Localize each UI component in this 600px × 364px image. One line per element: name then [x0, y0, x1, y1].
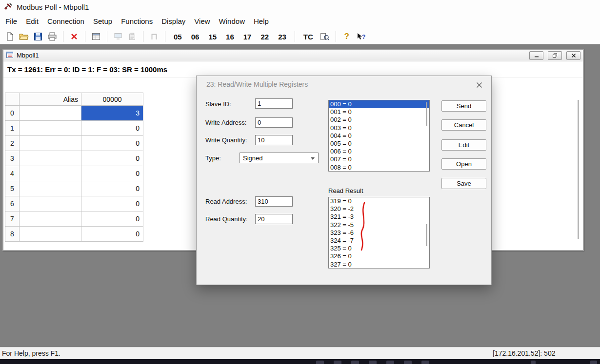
row-number-cell[interactable]: 0 — [5, 106, 20, 121]
dialog-close-icon[interactable] — [474, 80, 484, 90]
row-number-cell[interactable]: 4 — [5, 166, 20, 181]
alias-cell[interactable] — [20, 166, 81, 181]
list-item[interactable]: 327 = 0 — [329, 261, 429, 268]
list-item[interactable]: 008 = 0 — [329, 164, 429, 172]
communication-log-icon[interactable] — [126, 30, 138, 43]
list-item[interactable]: 325 = 0 — [329, 245, 429, 252]
value-cell[interactable]: 0 — [81, 211, 143, 227]
taskbar-icon[interactable] — [421, 361, 429, 364]
reset-counters-icon[interactable] — [68, 30, 80, 43]
function-22-button[interactable]: 22 — [257, 30, 272, 43]
list-item[interactable]: 323 = -6 — [329, 229, 429, 237]
function-06-button[interactable]: 06 — [188, 30, 203, 43]
function-17-button[interactable]: 17 — [240, 30, 255, 43]
write-quantity-input[interactable] — [255, 135, 293, 145]
list-item[interactable]: 326 = 0 — [329, 252, 429, 260]
grid-header-register[interactable]: 00000 — [81, 93, 143, 106]
restore-button[interactable] — [548, 51, 562, 60]
alias-cell[interactable] — [20, 121, 81, 136]
list-item[interactable]: 322 = -5 — [329, 221, 429, 229]
menu-setup[interactable]: Setup — [89, 15, 117, 28]
alias-cell[interactable] — [20, 211, 81, 227]
list-item[interactable]: 007 = 0 — [329, 155, 429, 163]
alias-cell[interactable] — [20, 227, 81, 242]
value-cell[interactable]: 0 — [81, 121, 143, 136]
taskbar-icon[interactable] — [334, 361, 341, 364]
menu-window[interactable]: Window — [215, 15, 249, 28]
function-05-button[interactable]: 05 — [170, 30, 185, 43]
menu-help[interactable]: Help — [249, 15, 273, 28]
menu-view[interactable]: View — [190, 15, 214, 28]
write-address-input[interactable] — [255, 117, 293, 128]
list-item[interactable]: 324 = -7 — [329, 237, 429, 245]
list-item[interactable]: 006 = 0 — [329, 148, 429, 155]
row-number-cell[interactable]: 5 — [5, 181, 20, 196]
value-cell[interactable]: 0 — [81, 136, 143, 151]
document-titlebar[interactable]: Mbpoll1 — [3, 50, 583, 61]
open-button[interactable]: Open — [441, 158, 486, 170]
display-communication-icon[interactable] — [112, 30, 124, 43]
grid-header-alias[interactable]: Alias — [20, 93, 81, 106]
list-item[interactable]: 003 = 0 — [329, 124, 429, 132]
read-write-definition-icon[interactable] — [90, 30, 102, 43]
help-icon[interactable]: ? — [341, 30, 353, 43]
read-quantity-input[interactable] — [255, 214, 293, 224]
value-cell[interactable]: 0 — [81, 196, 143, 211]
function-23-button[interactable]: 23 — [275, 30, 290, 43]
menu-connection[interactable]: Connection — [43, 15, 89, 28]
list-item[interactable]: 000 = 0 — [329, 100, 429, 108]
alias-cell[interactable] — [20, 136, 81, 151]
list-item[interactable]: 002 = 0 — [329, 116, 429, 124]
value-cell[interactable]: 0 — [81, 151, 143, 166]
grid-vertical-scrollbar[interactable] — [578, 100, 579, 239]
value-cell[interactable]: 0 — [81, 166, 143, 181]
value-cell-selected[interactable]: 3 — [81, 106, 143, 121]
taskbar-icon[interactable] — [369, 361, 377, 364]
list-item[interactable]: 005 = 0 — [329, 140, 429, 148]
row-number-cell[interactable]: 1 — [5, 121, 20, 136]
list-item[interactable]: 320 = -2 — [329, 205, 429, 213]
alias-cell[interactable] — [20, 106, 81, 121]
alias-cell[interactable] — [20, 196, 81, 211]
menu-edit[interactable]: Edit — [21, 15, 43, 28]
type-select[interactable]: Signed — [240, 153, 319, 163]
taskbar-icon[interactable] — [316, 361, 324, 364]
communication-traffic-icon[interactable] — [319, 30, 331, 43]
row-number-cell[interactable]: 7 — [5, 211, 20, 227]
function-15-button[interactable]: 15 — [205, 30, 220, 43]
read-address-input[interactable] — [255, 196, 293, 207]
app-titlebar[interactable]: Modbus Poll - Mbpoll1 — [0, 0, 600, 14]
send-button[interactable]: Send — [441, 100, 486, 112]
taskbar-tray-icon[interactable] — [531, 361, 536, 364]
taskbar-tray-icon[interactable] — [590, 361, 597, 364]
edit-button[interactable]: Edit — [441, 139, 486, 151]
alias-cell[interactable] — [20, 181, 81, 196]
list-item[interactable]: 321 = -3 — [329, 213, 429, 221]
list-item[interactable]: 004 = 0 — [329, 132, 429, 140]
new-file-icon[interactable] — [4, 30, 16, 43]
save-icon[interactable] — [32, 30, 44, 43]
listbox-scrollbar[interactable] — [426, 102, 427, 126]
test-center-button[interactable]: TC — [300, 30, 317, 43]
row-number-cell[interactable]: 2 — [5, 136, 20, 151]
row-number-cell[interactable]: 8 — [5, 227, 20, 242]
close-button[interactable] — [566, 51, 580, 60]
taskbar-icon[interactable] — [351, 361, 359, 364]
list-item[interactable]: 319 = 0 — [329, 197, 429, 205]
context-help-icon[interactable]: ? — [355, 30, 367, 43]
value-cell[interactable]: 0 — [81, 227, 143, 242]
connect-pole-icon[interactable] — [148, 30, 160, 43]
slave-id-input[interactable] — [255, 98, 293, 109]
alias-cell[interactable] — [20, 151, 81, 166]
menu-functions[interactable]: Functions — [117, 15, 157, 28]
function-16-button[interactable]: 16 — [222, 30, 238, 43]
listbox-scrollbar[interactable] — [426, 224, 427, 246]
print-icon[interactable] — [46, 30, 58, 43]
dialog-titlebar[interactable]: 23: Read/Write Multiple Registers — [197, 76, 491, 93]
taskbar-icon[interactable] — [404, 361, 412, 364]
list-item[interactable]: 001 = 0 — [329, 108, 429, 116]
taskbar-icon[interactable] — [386, 361, 394, 364]
row-number-cell[interactable]: 3 — [5, 151, 20, 166]
menu-file[interactable]: File — [1, 15, 21, 28]
value-cell[interactable]: 0 — [81, 181, 143, 196]
